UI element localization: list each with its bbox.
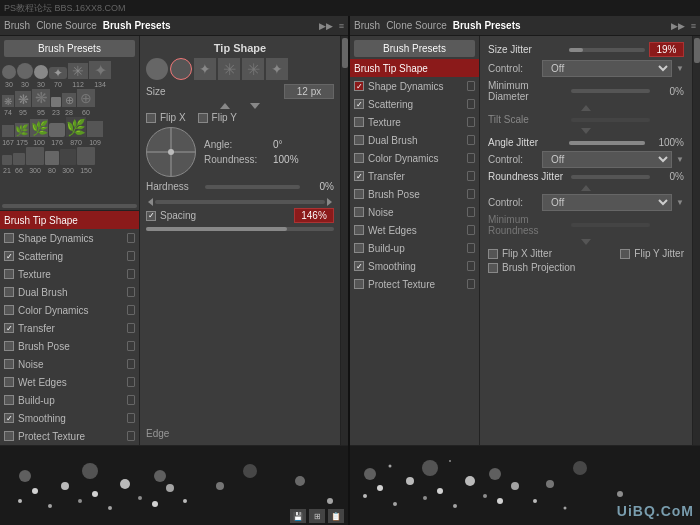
list-item[interactable]: ✳ [218, 58, 240, 80]
scroll-up-icon[interactable] [220, 103, 230, 109]
checkbox-icon[interactable]: ✓ [4, 323, 14, 333]
right-menu-icon[interactable]: ≡ [691, 21, 696, 31]
list-item[interactable]: 🌿 [15, 123, 29, 137]
brush-projection-checkbox[interactable] [488, 263, 498, 273]
list-item[interactable]: 🌿 [30, 119, 48, 137]
list-item[interactable]: ✦ [49, 67, 67, 79]
checkbox-icon[interactable] [4, 269, 14, 279]
checkbox-icon[interactable] [354, 117, 364, 127]
min-diameter-slider[interactable] [571, 89, 650, 93]
list-item[interactable]: ⊕ [77, 89, 95, 107]
list-item[interactable]: ❋ [32, 89, 50, 107]
list-item[interactable]: ✳ [68, 63, 88, 79]
right-brush-presets-btn[interactable]: Brush Presets [354, 40, 475, 57]
right-layer-smoothing[interactable]: ✓ Smoothing [350, 257, 479, 275]
left-angle-dial[interactable] [146, 127, 196, 177]
left-menu-icon[interactable]: ≡ [339, 21, 344, 31]
right-layer-brush-tip[interactable]: Brush Tip Shape [350, 59, 479, 77]
left-spacing-checkbox[interactable]: ✓ [146, 211, 156, 221]
left-layer-buildup[interactable]: Build-up [0, 391, 139, 409]
left-layer-noise[interactable]: Noise [0, 355, 139, 373]
left-spacing-value[interactable]: 146% [294, 208, 334, 223]
list-item[interactable]: 🌿 [66, 117, 86, 137]
size-jitter-value[interactable]: 19% [649, 42, 684, 57]
right-tab-presets[interactable]: Brush Presets [453, 20, 521, 31]
angle-jitter-slider[interactable] [569, 141, 646, 145]
brush-preview-save-icon[interactable]: 💾 [290, 509, 306, 523]
control-select-3[interactable]: Off [542, 194, 672, 211]
roundness-jitter-slider[interactable] [571, 175, 650, 179]
right-tab-clone[interactable]: Clone Source [386, 20, 447, 31]
list-item[interactable] [49, 123, 65, 137]
list-item[interactable] [2, 125, 14, 137]
list-item[interactable] [87, 121, 103, 137]
list-item[interactable]: ❋ [2, 95, 14, 107]
list-item[interactable]: ✦ [194, 58, 216, 80]
list-item[interactable]: ✦ [266, 58, 288, 80]
right-tab-brush[interactable]: Brush [354, 20, 380, 31]
left-layer-protect[interactable]: Protect Texture [0, 427, 139, 445]
checkbox-icon[interactable] [354, 189, 364, 199]
list-item[interactable]: ✳ [242, 58, 264, 80]
left-layer-smoothing[interactable]: ✓ Smoothing [0, 409, 139, 427]
brush-preview-icon3[interactable]: 📋 [328, 509, 344, 523]
right-layer-color[interactable]: Color Dynamics [350, 149, 479, 167]
list-item[interactable]: ❋ [15, 91, 31, 107]
left-layer-pose[interactable]: Brush Pose [0, 337, 139, 355]
list-item[interactable] [77, 147, 95, 165]
scroll-right-icon[interactable] [327, 198, 332, 206]
list-item[interactable] [45, 151, 59, 165]
left-layer-brush-tip[interactable]: Brush Tip Shape [0, 211, 139, 229]
left-expand-icon[interactable]: ▶▶ [319, 21, 333, 31]
checkbox-icon[interactable]: ✓ [354, 171, 364, 181]
right-layer-transfer[interactable]: ✓ Transfer [350, 167, 479, 185]
list-item[interactable] [51, 97, 61, 107]
tilt-scale-slider[interactable] [571, 118, 650, 122]
left-flip-y-checkbox[interactable] [198, 113, 208, 123]
checkbox-icon[interactable] [354, 135, 364, 145]
left-layer-color[interactable]: Color Dynamics [0, 301, 139, 319]
checkbox-icon[interactable]: ✓ [354, 261, 364, 271]
checkbox-icon[interactable] [4, 377, 14, 387]
checkbox-icon[interactable] [4, 395, 14, 405]
left-size-value[interactable]: 12 px [284, 84, 334, 99]
checkbox-icon[interactable] [4, 431, 14, 441]
checkbox-icon[interactable]: ✓ [4, 251, 14, 261]
list-item[interactable] [34, 65, 48, 79]
right-layer-dual[interactable]: Dual Brush [350, 131, 479, 149]
list-item[interactable] [146, 58, 168, 80]
left-flip-x-checkbox[interactable] [146, 113, 156, 123]
flip-y-jitter-checkbox[interactable] [620, 249, 630, 259]
checkbox-icon[interactable] [354, 207, 364, 217]
scroll-left-icon[interactable] [148, 198, 153, 206]
checkbox-icon[interactable]: ✓ [354, 81, 364, 91]
scroll-down-icon[interactable] [250, 103, 260, 109]
brush-preview-icon2[interactable]: ⊞ [309, 509, 325, 523]
checkbox-icon[interactable] [4, 305, 14, 315]
right-layer-buildup[interactable]: Build-up [350, 239, 479, 257]
checkbox-icon[interactable] [4, 359, 14, 369]
right-layer-pose[interactable]: Brush Pose [350, 185, 479, 203]
list-item[interactable] [17, 63, 33, 79]
right-layer-shape[interactable]: ✓ Shape Dynamics [350, 77, 479, 95]
flip-x-jitter-checkbox[interactable] [488, 249, 498, 259]
control-select-1[interactable]: Off [542, 60, 672, 77]
left-layer-shape[interactable]: Shape Dynamics [0, 229, 139, 247]
checkbox-icon[interactable] [354, 279, 364, 289]
list-item[interactable] [26, 147, 44, 165]
left-layer-dual[interactable]: Dual Brush [0, 283, 139, 301]
checkbox-icon[interactable]: ✓ [354, 99, 364, 109]
right-layer-noise[interactable]: Noise [350, 203, 479, 221]
checkbox-icon[interactable]: ✓ [4, 413, 14, 423]
size-jitter-slider[interactable] [569, 48, 646, 52]
checkbox-icon[interactable] [4, 341, 14, 351]
min-roundness-slider[interactable] [571, 223, 650, 227]
left-brush-presets-btn[interactable]: Brush Presets [4, 40, 135, 57]
list-item[interactable]: ✦ [89, 61, 111, 79]
checkbox-icon[interactable] [354, 225, 364, 235]
left-layer-wet[interactable]: Wet Edges [0, 373, 139, 391]
left-layer-transfer[interactable]: ✓ Transfer [0, 319, 139, 337]
left-tab-clone[interactable]: Clone Source [36, 20, 97, 31]
checkbox-icon[interactable] [4, 287, 14, 297]
list-item[interactable]: ⊕ [62, 93, 76, 107]
